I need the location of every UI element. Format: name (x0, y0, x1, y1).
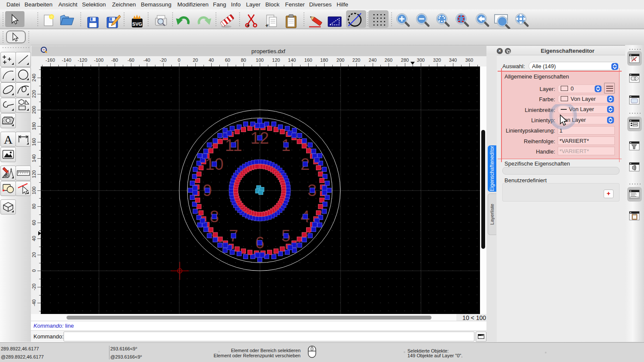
svg-text:+: + (246, 23, 249, 29)
svg-text:+: + (265, 23, 268, 29)
svg-text:A: A (4, 133, 13, 146)
svg-text:SVG: SVG (132, 21, 142, 27)
